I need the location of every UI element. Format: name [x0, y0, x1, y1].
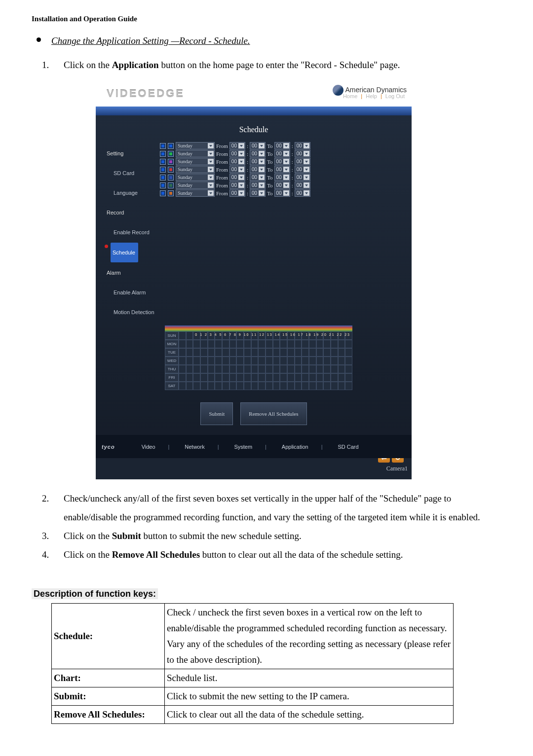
chart-cell[interactable]	[345, 382, 352, 390]
chart-cell[interactable]	[316, 348, 324, 357]
chart-cell[interactable]	[345, 348, 352, 357]
chart-cell[interactable]	[208, 340, 215, 348]
chart-cell[interactable]	[193, 340, 200, 348]
chart-cell[interactable]	[215, 340, 222, 348]
chart-cell[interactable]	[273, 357, 280, 365]
submit-button[interactable]: Submit	[200, 402, 233, 425]
chart-cell[interactable]	[186, 340, 193, 348]
color-checkbox[interactable]	[168, 182, 174, 188]
to-hour-select[interactable]: 00	[274, 189, 290, 197]
chart-cell[interactable]	[179, 373, 186, 382]
chart-cell[interactable]	[215, 373, 222, 382]
chart-cell[interactable]	[229, 348, 237, 357]
chart-cell[interactable]	[229, 340, 237, 348]
chart-cell[interactable]	[295, 357, 302, 365]
sidebar-schedule-selected[interactable]: Schedule	[111, 243, 138, 262]
chart-cell[interactable]	[244, 373, 251, 382]
chart-cell[interactable]	[331, 382, 338, 390]
chart-cell[interactable]	[236, 357, 244, 365]
enable-checkbox[interactable]	[160, 151, 166, 157]
chart-cell[interactable]	[229, 357, 237, 365]
chart-cell[interactable]	[266, 340, 273, 348]
sidebar-alarm[interactable]: Alarm	[107, 263, 160, 282]
day-select[interactable]: Sunday	[176, 189, 215, 197]
chart-cell[interactable]	[186, 331, 193, 340]
chart-cell[interactable]	[295, 348, 302, 357]
chart-cell[interactable]	[179, 340, 186, 348]
chart-cell[interactable]	[186, 348, 193, 357]
chart-cell[interactable]	[222, 357, 229, 365]
color-checkbox[interactable]	[168, 167, 174, 173]
chart-cell[interactable]	[280, 348, 287, 357]
chart-cell[interactable]	[236, 365, 244, 373]
chart-cell[interactable]	[345, 373, 352, 382]
chart-cell[interactable]	[295, 365, 302, 373]
chart-cell[interactable]	[258, 340, 266, 348]
chart-cell[interactable]	[323, 357, 331, 365]
chart-cell[interactable]	[295, 373, 302, 382]
chart-cell[interactable]	[309, 365, 316, 373]
chart-cell[interactable]	[186, 382, 193, 390]
enable-checkbox[interactable]	[160, 159, 166, 165]
chart-cell[interactable]	[331, 365, 338, 373]
chart-cell[interactable]	[323, 382, 331, 390]
chart-cell[interactable]	[258, 357, 266, 365]
chart-cell[interactable]	[331, 373, 338, 382]
color-checkbox[interactable]	[168, 143, 174, 149]
chart-cell[interactable]	[193, 348, 200, 357]
bottom-nav-item[interactable]: Network|	[185, 437, 219, 456]
chart-cell[interactable]	[295, 382, 302, 390]
chart-cell[interactable]	[208, 382, 215, 390]
chart-cell[interactable]	[280, 365, 287, 373]
chart-cell[interactable]	[266, 357, 273, 365]
chart-cell[interactable]	[338, 357, 345, 365]
chart-cell[interactable]	[316, 340, 324, 348]
chart-cell[interactable]	[193, 357, 200, 365]
enable-checkbox[interactable]	[160, 167, 166, 173]
sidebar-enable-record[interactable]: Enable Record	[114, 223, 160, 242]
chart-cell[interactable]	[266, 382, 273, 390]
chart-cell[interactable]	[193, 373, 200, 382]
chart-cell[interactable]	[309, 382, 316, 390]
chart-cell[interactable]	[316, 373, 324, 382]
chart-cell[interactable]	[251, 382, 259, 390]
chart-cell[interactable]	[236, 382, 244, 390]
chart-cell[interactable]	[193, 382, 200, 390]
bottom-nav-item[interactable]: Application|	[282, 437, 323, 456]
chart-cell[interactable]	[338, 373, 345, 382]
chart-cell[interactable]	[215, 348, 222, 357]
chart-cell[interactable]	[287, 340, 295, 348]
chart-cell[interactable]	[208, 373, 215, 382]
enable-checkbox[interactable]	[160, 143, 166, 149]
chart-cell[interactable]	[309, 348, 316, 357]
chart-cell[interactable]	[309, 340, 316, 348]
from-hour-select[interactable]: 00	[229, 189, 245, 197]
chart-cell[interactable]	[331, 348, 338, 357]
chart-cell[interactable]	[345, 365, 352, 373]
sidebar-setting[interactable]: Setting	[107, 144, 160, 163]
chart-cell[interactable]	[266, 373, 273, 382]
chart-cell[interactable]	[179, 382, 186, 390]
enable-checkbox[interactable]	[160, 190, 166, 196]
chart-cell[interactable]	[215, 382, 222, 390]
remove-all-button[interactable]: Remove All Schedules	[240, 402, 306, 425]
chart-cell[interactable]	[179, 331, 186, 340]
chart-cell[interactable]	[200, 365, 208, 373]
chart-cell[interactable]	[280, 382, 287, 390]
color-checkbox[interactable]	[168, 175, 174, 180]
chart-cell[interactable]	[208, 357, 215, 365]
bottom-nav-item[interactable]: SD Card	[338, 437, 358, 456]
chart-cell[interactable]	[222, 348, 229, 357]
chart-cell[interactable]	[287, 382, 295, 390]
from-min-select[interactable]: 00	[250, 189, 266, 197]
sidebar-motion-detection[interactable]: Motion Detection	[114, 303, 160, 322]
chart-cell[interactable]	[280, 357, 287, 365]
chart-cell[interactable]	[251, 348, 259, 357]
chart-cell[interactable]	[316, 357, 324, 365]
chart-cell[interactable]	[323, 348, 331, 357]
chart-cell[interactable]	[200, 373, 208, 382]
chart-cell[interactable]	[244, 365, 251, 373]
chart-cell[interactable]	[287, 348, 295, 357]
chart-cell[interactable]	[273, 373, 280, 382]
chart-cell[interactable]	[222, 340, 229, 348]
